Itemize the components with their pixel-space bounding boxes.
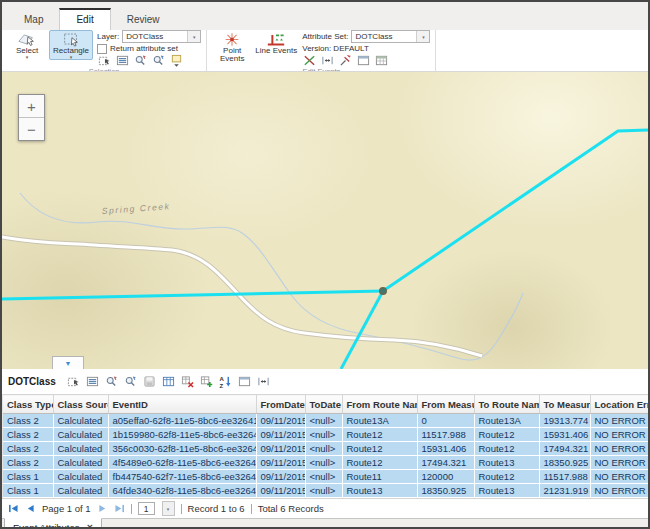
table-row[interactable]: Class 2Calculated356c0030-62f8-11e5-8bc6… (3, 442, 649, 456)
select-features-icon[interactable] (66, 375, 81, 389)
sort-records-icon[interactable]: AZ (218, 375, 233, 389)
table-cell: 09/11/2015 (256, 470, 305, 484)
svg-text:Z: Z (219, 383, 223, 388)
tab-map[interactable]: Map (8, 8, 59, 30)
column-header-to-route-name[interactable]: To Route Name (474, 395, 539, 414)
table-cell: <null> (305, 428, 342, 442)
attribute-set-label: Attribute Set: (302, 32, 348, 41)
edit-events-tools (302, 55, 430, 66)
select-tool-icon (17, 32, 37, 47)
zoom-to-selection-icon[interactable] (104, 375, 119, 389)
table-cell: Calculated (53, 456, 108, 470)
measure-gap-icon[interactable] (320, 54, 335, 68)
chevron-down-icon[interactable]: ▾ (416, 31, 429, 42)
selection-options-icon[interactable] (169, 54, 184, 68)
table-row[interactable]: Class 1Calculatedfb447540-62f7-11e5-8bc6… (3, 470, 649, 484)
zoom-in-button[interactable]: + (19, 95, 44, 118)
table-cell: 18350.925 (539, 456, 590, 470)
table-row[interactable]: Class 2Calculated1b159980-62f8-11e5-8bc6… (3, 428, 649, 442)
show-list-icon[interactable] (115, 54, 130, 68)
table-row[interactable]: Class 1Calculated64fde340-62f8-11e5-8bc6… (3, 484, 649, 498)
table-cell: 356c0030-62f8-11e5-8bc6-ee32641d5ec9 (108, 442, 256, 456)
show-list-icon[interactable] (85, 375, 100, 389)
table-cell: 09/11/2015 (256, 456, 305, 470)
split-event-icon[interactable] (302, 54, 317, 68)
select-features-icon[interactable] (97, 54, 112, 68)
panel-tab-bar: Event Attributes ✕ (2, 518, 648, 529)
table-cell: 15931.406 (539, 428, 590, 442)
pan-to-selection-icon[interactable] (123, 375, 138, 389)
floating-window-icon[interactable] (237, 375, 252, 389)
junction-vertex[interactable] (380, 288, 386, 294)
return-attribute-set-checkbox[interactable] (97, 44, 107, 54)
pan-to-selection-icon[interactable] (151, 54, 166, 68)
table-cell: Calculated (53, 470, 108, 484)
table-cell: Route13 (474, 484, 539, 498)
floating-window-icon[interactable] (356, 54, 371, 68)
column-header-from-measure[interactable]: From Measure (417, 395, 474, 414)
attribute-table-icon[interactable] (161, 375, 176, 389)
collapse-panel-button[interactable]: ▼ (52, 356, 84, 369)
table-cell: 64fde340-62f8-11e5-8bc6-ee32641d5ec9 (108, 484, 256, 498)
attribute-window-icon[interactable] (374, 54, 389, 68)
column-header-eventid[interactable]: EventID (108, 395, 256, 414)
divider (131, 504, 132, 514)
ribbon-spacer (436, 30, 648, 71)
tab-review[interactable]: Review (111, 8, 176, 30)
page-number-dropdown[interactable]: ▾ (162, 501, 175, 516)
tab-edit[interactable]: Edit (59, 8, 110, 30)
select-tool-button[interactable]: Select ▾ (5, 30, 49, 60)
close-icon[interactable]: ✕ (87, 523, 94, 529)
rectangle-tool-button[interactable]: Rectangle ▾ (49, 30, 93, 60)
table-row[interactable]: Class 2Calculated4f5489e0-62f8-11e5-8bc6… (3, 456, 649, 470)
route-line-northeast (383, 130, 648, 291)
ribbon: Select ▾ Rectangle ▾ Layer: DOTClass (2, 30, 648, 71)
zoom-out-button[interactable]: − (19, 118, 44, 140)
column-header-class-type[interactable]: Class Type (3, 395, 53, 414)
column-header-class-source[interactable]: Class Source (53, 395, 108, 414)
page-number-input[interactable]: 1 (138, 502, 155, 515)
layer-dropdown-value: DOTClass (123, 31, 187, 42)
column-header-location-error[interactable]: Location Error (590, 395, 649, 414)
save-edits-icon[interactable] (142, 375, 157, 389)
attribute-set-dropdown[interactable]: DOTClass ▾ (351, 30, 430, 43)
table-cell: 4f5489e0-62f8-11e5-8bc6-ee32641d5ec9 (108, 456, 256, 470)
chevron-down-icon[interactable]: ▾ (187, 31, 200, 42)
column-header-to-measure[interactable]: To Measure (539, 395, 590, 414)
line-events-button[interactable]: Line Events (254, 30, 298, 56)
table-row[interactable]: Class 2Calculateda05effa0-62f8-11e5-8bc6… (3, 414, 649, 428)
table-cell: 0 (417, 414, 474, 428)
table-cell: 1b159980-62f8-11e5-8bc6-ee32641d5ec9 (108, 428, 256, 442)
table-cell: NO ERROR (590, 456, 649, 470)
column-header-from-route-name[interactable]: From Route Name (342, 395, 417, 414)
next-page-button[interactable] (97, 504, 108, 513)
version-text: Version: DEFAULT (302, 44, 369, 53)
svg-text:A: A (219, 376, 224, 382)
table-cell: NO ERROR (590, 484, 649, 498)
map-view[interactable]: Spring Creek + − ▼ (2, 71, 648, 369)
table-cell: Route13 (342, 484, 417, 498)
delete-record-icon[interactable] (180, 375, 195, 389)
table-cell: 15931.406 (417, 442, 474, 456)
previous-page-button[interactable] (25, 504, 36, 513)
column-header-fromdate[interactable]: FromDate (256, 395, 305, 414)
last-page-button[interactable] (114, 504, 125, 513)
first-page-button[interactable] (8, 504, 19, 513)
snap-event-icon[interactable] (338, 54, 353, 68)
point-events-button[interactable]: Point Events (210, 30, 254, 65)
tab-event-attributes[interactable]: Event Attributes ✕ (4, 518, 102, 529)
ribbon-tab-bar: Map Edit Review (2, 2, 648, 30)
table-cell: Calculated (53, 484, 108, 498)
table-cell: Route13A (342, 414, 417, 428)
zoom-to-selection-icon[interactable] (133, 54, 148, 68)
table-cell: 17494.321 (539, 442, 590, 456)
attribute-table: Class TypeClass SourceEventIDFromDateToD… (2, 394, 648, 498)
column-header-todate[interactable]: ToDate (305, 395, 342, 414)
line-events-label: Line Events (255, 47, 297, 55)
layer-dropdown[interactable]: DOTClass ▾ (122, 30, 201, 43)
table-cell: Class 2 (3, 456, 53, 470)
route-line-west (2, 291, 383, 299)
measure-gap-icon[interactable] (256, 375, 271, 389)
table-cell: 17494.321 (417, 456, 474, 470)
add-record-icon[interactable] (199, 375, 214, 389)
